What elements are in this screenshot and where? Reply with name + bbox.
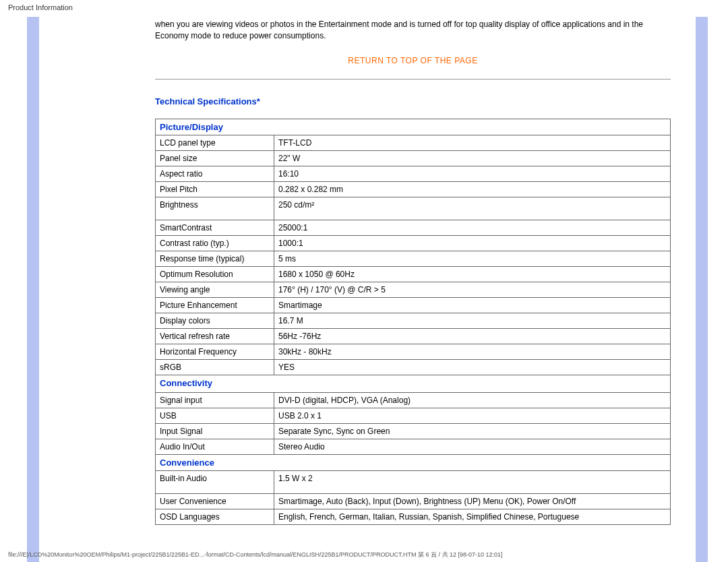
- return-top-link[interactable]: RETURN TO TOP OF THE PAGE: [348, 56, 477, 65]
- table-row: Aspect ratio16:10: [156, 166, 671, 181]
- table-row: Signal inputDVI-D (digital, HDCP), VGA (…: [156, 392, 671, 408]
- table-row: Panel size22" W: [156, 150, 671, 166]
- table-row: Brightness250 cd/m²: [156, 197, 671, 220]
- table-row: Input SignalSeparate Sync, Sync on Green: [156, 423, 671, 439]
- spec-value: 1680 x 1050 @ 60Hz: [274, 266, 671, 282]
- table-row: Vertical refresh rate56Hz -76Hz: [156, 328, 671, 344]
- spec-label: Response time (typical): [156, 251, 274, 266]
- section-header-convenience: Convenience: [156, 454, 671, 470]
- spec-label: OSD Languages: [156, 509, 274, 524]
- spec-value: DVI-D (digital, HDCP), VGA (Analog): [274, 392, 671, 408]
- table-row: Convenience: [156, 454, 671, 470]
- spec-label: Audio In/Out: [156, 439, 274, 454]
- section-header-picture-display: Picture/Display: [156, 119, 671, 135]
- table-row: Built-in Audio1.5 W x 2: [156, 470, 671, 493]
- page-header-title: Product Information: [8, 3, 73, 11]
- spec-value: 5 ms: [274, 251, 671, 266]
- table-row: Picture/Display: [156, 119, 671, 135]
- spec-label: Input Signal: [156, 423, 274, 439]
- footer-file-path: file:///E|/LCD%20Monitor%20OEM/Philips/M…: [8, 551, 503, 559]
- spec-value: Smartimage: [274, 297, 671, 313]
- table-row: Audio In/OutStereo Audio: [156, 439, 671, 454]
- table-row: User ConvenienceSmartimage, Auto (Back),…: [156, 493, 671, 509]
- spec-value: 0.282 x 0.282 mm: [274, 181, 671, 197]
- spec-label: Contrast ratio (typ.): [156, 235, 274, 251]
- table-row: Display colors16.7 M: [156, 313, 671, 328]
- spec-label: Horizontal Frequency: [156, 344, 274, 359]
- table-row: Pixel Pitch0.282 x 0.282 mm: [156, 181, 671, 197]
- decorative-stripe-right: [696, 17, 708, 562]
- spec-value: 16.7 M: [274, 313, 671, 328]
- main-content: when you are viewing videos or photos in…: [155, 19, 671, 525]
- table-row: USBUSB 2.0 x 1: [156, 408, 671, 423]
- spec-value: Smartimage, Auto (Back), Input (Down), B…: [274, 493, 671, 509]
- spec-value: 22" W: [274, 150, 671, 166]
- spec-value: Stereo Audio: [274, 439, 671, 454]
- table-row: Connectivity: [156, 375, 671, 392]
- spec-label: Panel size: [156, 150, 274, 166]
- spec-value: USB 2.0 x 1: [274, 408, 671, 423]
- spec-label: Built-in Audio: [156, 470, 274, 493]
- spec-label: Aspect ratio: [156, 166, 274, 181]
- table-row: LCD panel typeTFT-LCD: [156, 135, 671, 150]
- spec-label: Viewing angle: [156, 282, 274, 297]
- table-row: Horizontal Frequency30kHz - 80kHz: [156, 344, 671, 359]
- spec-label: User Convenience: [156, 493, 274, 509]
- table-row: Response time (typical)5 ms: [156, 251, 671, 266]
- spec-label: Brightness: [156, 197, 274, 220]
- spec-value: 1.5 W x 2: [274, 470, 671, 493]
- section-title: Technical Specifications*: [155, 96, 671, 106]
- spec-label: LCD panel type: [156, 135, 274, 150]
- spec-value: 1000:1: [274, 235, 671, 251]
- spec-value: English, French, German, Italian, Russia…: [274, 509, 671, 524]
- spec-label: USB: [156, 408, 274, 423]
- spec-value: 56Hz -76Hz: [274, 328, 671, 344]
- spec-label: Vertical refresh rate: [156, 328, 274, 344]
- table-row: Contrast ratio (typ.)1000:1: [156, 235, 671, 251]
- table-row: OSD LanguagesEnglish, French, German, It…: [156, 509, 671, 524]
- table-row: Viewing angle176° (H) / 170° (V) @ C/R >…: [156, 282, 671, 297]
- spec-label: SmartContrast: [156, 220, 274, 235]
- spec-label: Signal input: [156, 392, 274, 408]
- intro-paragraph: when you are viewing videos or photos in…: [155, 19, 671, 42]
- spec-value: 25000:1: [274, 220, 671, 235]
- table-row: sRGBYES: [156, 359, 671, 375]
- table-row: Picture EnhancementSmartimage: [156, 297, 671, 313]
- decorative-stripe-left: [27, 17, 39, 562]
- spec-value: 250 cd/m²: [274, 197, 671, 220]
- spec-value: TFT-LCD: [274, 135, 671, 150]
- spec-label: sRGB: [156, 359, 274, 375]
- return-top-container: RETURN TO TOP OF THE PAGE: [155, 56, 671, 65]
- spec-value: YES: [274, 359, 671, 375]
- spec-value: Separate Sync, Sync on Green: [274, 423, 671, 439]
- spec-label: Picture Enhancement: [156, 297, 274, 313]
- section-divider: [155, 79, 671, 80]
- table-row: Optimum Resolution1680 x 1050 @ 60Hz: [156, 266, 671, 282]
- section-header-connectivity: Connectivity: [156, 375, 671, 392]
- spec-label: Optimum Resolution: [156, 266, 274, 282]
- spec-table: Picture/Display LCD panel typeTFT-LCD Pa…: [155, 119, 671, 525]
- spec-label: Display colors: [156, 313, 274, 328]
- spec-value: 176° (H) / 170° (V) @ C/R > 5: [274, 282, 671, 297]
- spec-value: 30kHz - 80kHz: [274, 344, 671, 359]
- spec-value: 16:10: [274, 166, 671, 181]
- spec-label: Pixel Pitch: [156, 181, 274, 197]
- table-row: SmartContrast25000:1: [156, 220, 671, 235]
